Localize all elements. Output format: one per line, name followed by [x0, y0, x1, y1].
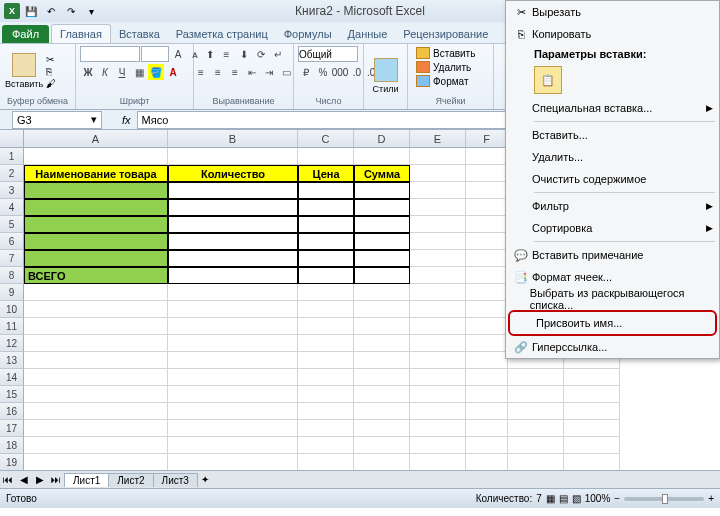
ctx-comment[interactable]: 💬Вставить примечание	[506, 244, 719, 266]
cell[interactable]	[298, 233, 354, 250]
bold-button[interactable]: Ж	[80, 64, 96, 80]
cell[interactable]	[168, 352, 298, 369]
cell[interactable]	[508, 386, 564, 403]
align-left-icon[interactable]: ≡	[193, 64, 209, 80]
cell[interactable]	[354, 199, 410, 216]
cell[interactable]	[410, 437, 466, 454]
ctx-dropdown-pick[interactable]: Выбрать из раскрывающегося списка...	[506, 288, 719, 310]
file-tab[interactable]: Файл	[2, 25, 49, 43]
italic-button[interactable]: К	[97, 64, 113, 80]
fx-icon[interactable]: fx	[122, 114, 131, 126]
ctx-paste-special[interactable]: Специальная вставка...▶	[506, 97, 719, 119]
row-header[interactable]: 7	[0, 250, 24, 267]
cell[interactable]: Наименование товара	[24, 165, 168, 182]
cell[interactable]	[24, 199, 168, 216]
col-header[interactable]: F	[466, 130, 508, 147]
ctx-cut[interactable]: ✂Вырезать	[506, 1, 719, 23]
sheet-nav-next-icon[interactable]: ▶	[32, 472, 48, 488]
font-size-select[interactable]	[141, 46, 169, 62]
cell[interactable]	[466, 335, 508, 352]
cell[interactable]	[410, 318, 466, 335]
col-header[interactable]: A	[24, 130, 168, 147]
col-header[interactable]: C	[298, 130, 354, 147]
cell[interactable]	[508, 403, 564, 420]
cell[interactable]	[564, 454, 620, 470]
sheet-nav-prev-icon[interactable]: ◀	[16, 472, 32, 488]
cell[interactable]: ВСЕГО	[24, 267, 168, 284]
cell[interactable]	[410, 250, 466, 267]
cell[interactable]	[168, 437, 298, 454]
cell[interactable]	[466, 437, 508, 454]
cell[interactable]	[24, 148, 168, 165]
paste-button[interactable]: Вставить	[4, 53, 44, 89]
cell[interactable]	[410, 386, 466, 403]
cell[interactable]	[410, 216, 466, 233]
row-header[interactable]: 11	[0, 318, 24, 335]
cell[interactable]	[466, 420, 508, 437]
cell[interactable]	[466, 216, 508, 233]
cell[interactable]	[508, 454, 564, 470]
row-header[interactable]: 15	[0, 386, 24, 403]
cell[interactable]	[564, 420, 620, 437]
cell[interactable]	[410, 301, 466, 318]
cell[interactable]	[168, 148, 298, 165]
cell[interactable]	[354, 301, 410, 318]
row-header[interactable]: 12	[0, 335, 24, 352]
cell[interactable]	[298, 420, 354, 437]
ctx-clear[interactable]: Очистить содержимое	[506, 168, 719, 190]
cell[interactable]	[410, 284, 466, 301]
cell[interactable]	[564, 437, 620, 454]
col-header[interactable]: E	[410, 130, 466, 147]
cell[interactable]	[410, 233, 466, 250]
cell[interactable]	[168, 250, 298, 267]
cell[interactable]	[298, 250, 354, 267]
cell[interactable]	[354, 182, 410, 199]
redo-icon[interactable]: ↷	[62, 2, 80, 20]
merge-icon[interactable]: ▭	[278, 64, 294, 80]
insert-cells-button[interactable]: Вставить	[412, 46, 479, 60]
cell[interactable]	[298, 352, 354, 369]
namebox-dropdown-icon[interactable]: ▾	[91, 113, 97, 126]
zoom-out-icon[interactable]: −	[614, 493, 620, 504]
cell[interactable]	[508, 420, 564, 437]
row-header[interactable]: 14	[0, 369, 24, 386]
ctx-paste-option[interactable]: 📋	[534, 66, 562, 94]
ctx-define-name[interactable]: Присвоить имя...	[510, 312, 715, 334]
tab-review[interactable]: Рецензирование	[395, 25, 496, 43]
ctx-sort[interactable]: Сортировка▶	[506, 217, 719, 239]
ctx-delete[interactable]: Удалить...	[506, 146, 719, 168]
cell[interactable]	[466, 352, 508, 369]
cell[interactable]	[354, 454, 410, 470]
cell[interactable]	[466, 148, 508, 165]
cell[interactable]	[298, 182, 354, 199]
ctx-filter[interactable]: Фильтр▶	[506, 195, 719, 217]
cell[interactable]	[410, 199, 466, 216]
cell[interactable]	[466, 199, 508, 216]
row-header[interactable]: 17	[0, 420, 24, 437]
cell[interactable]	[410, 352, 466, 369]
format-painter-icon[interactable]: 🖌	[46, 78, 56, 89]
border-icon[interactable]: ▦	[131, 64, 147, 80]
undo-icon[interactable]: ↶	[42, 2, 60, 20]
cell[interactable]	[564, 386, 620, 403]
zoom-slider[interactable]	[624, 497, 704, 501]
tab-page-layout[interactable]: Разметка страниц	[168, 25, 276, 43]
styles-button[interactable]: Стили	[368, 58, 403, 94]
fill-color-icon[interactable]: 🪣	[148, 64, 164, 80]
format-cells-button[interactable]: Формат	[412, 74, 473, 88]
cell[interactable]	[354, 437, 410, 454]
cell[interactable]	[298, 284, 354, 301]
row-header[interactable]: 10	[0, 301, 24, 318]
ctx-copy[interactable]: ⎘Копировать	[506, 23, 719, 45]
delete-cells-button[interactable]: Удалить	[412, 60, 475, 74]
row-header[interactable]: 13	[0, 352, 24, 369]
qat-dropdown-icon[interactable]: ▾	[82, 2, 100, 20]
view-pagebreak-icon[interactable]: ▧	[572, 493, 581, 504]
ctx-format-cells[interactable]: 📑Формат ячеек...	[506, 266, 719, 288]
new-sheet-icon[interactable]: ✦	[197, 472, 213, 488]
view-layout-icon[interactable]: ▤	[559, 493, 568, 504]
cell[interactable]	[298, 216, 354, 233]
comma-icon[interactable]: 000	[332, 64, 348, 80]
zoom-level[interactable]: 100%	[585, 493, 611, 504]
row-header[interactable]: 4	[0, 199, 24, 216]
